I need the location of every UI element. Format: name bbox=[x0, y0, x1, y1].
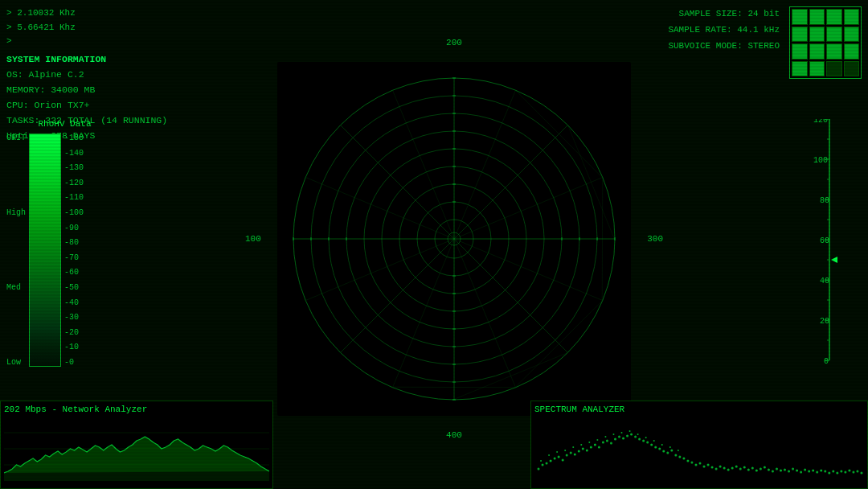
svg-point-110 bbox=[626, 435, 628, 438]
svg-point-179 bbox=[621, 432, 623, 434]
svg-point-186 bbox=[678, 450, 679, 451]
svg-point-150 bbox=[788, 471, 790, 473]
spectrum-analyzer-title: SPECTRUM ANALYZER bbox=[534, 405, 864, 414]
svg-point-105 bbox=[606, 440, 608, 442]
sample-info: SAMPLE SIZE: 24 bit SAMPLE RATE: 44.1 kH… bbox=[668, 6, 780, 54]
svg-point-128 bbox=[698, 462, 701, 465]
grid-cell-8 bbox=[844, 27, 860, 43]
network-analyzer-title: 202 Mbps - Network Analyzer bbox=[4, 405, 269, 414]
network-graph-svg bbox=[4, 417, 269, 481]
sample-rate: SAMPLE RATE: 44.1 kHz bbox=[668, 23, 780, 39]
svg-point-147 bbox=[776, 468, 778, 471]
radar-label-bottom: 400 bbox=[446, 430, 462, 440]
svg-point-165 bbox=[848, 470, 850, 472]
svg-text:100: 100 bbox=[813, 156, 828, 165]
svg-text:0: 0 bbox=[824, 357, 829, 366]
svg-point-160 bbox=[828, 472, 830, 475]
radar-section: 200 400 100 300 bbox=[121, 68, 788, 409]
grid-cell-14 bbox=[809, 61, 825, 77]
crit-label: CRIT bbox=[6, 134, 26, 142]
svg-point-117 bbox=[654, 446, 657, 449]
val-90: -90 bbox=[64, 224, 84, 232]
svg-point-138 bbox=[739, 468, 742, 471]
svg-point-98 bbox=[578, 450, 580, 453]
grid-cell-3 bbox=[826, 9, 842, 25]
sample-size: SAMPLE SIZE: 24 bit bbox=[668, 6, 780, 23]
svg-point-171 bbox=[556, 451, 558, 453]
svg-point-146 bbox=[772, 471, 774, 473]
svg-point-113 bbox=[638, 438, 641, 441]
svg-point-127 bbox=[694, 464, 697, 466]
svg-point-163 bbox=[840, 471, 842, 473]
grid-cell-2 bbox=[809, 9, 825, 25]
rhohv-title: RhoHV Data bbox=[6, 119, 123, 129]
svg-point-141 bbox=[751, 467, 754, 470]
svg-point-115 bbox=[646, 442, 649, 444]
svg-point-89 bbox=[542, 464, 544, 466]
val-150: -150 bbox=[64, 134, 84, 142]
svg-point-126 bbox=[690, 462, 693, 464]
svg-point-91 bbox=[550, 460, 552, 462]
spectrum-graph-svg bbox=[534, 417, 864, 481]
svg-text:80: 80 bbox=[820, 196, 829, 205]
svg-point-174 bbox=[580, 444, 582, 446]
svg-point-175 bbox=[588, 442, 590, 443]
svg-marker-70 bbox=[831, 257, 837, 263]
svg-point-99 bbox=[582, 448, 584, 450]
svg-point-132 bbox=[715, 468, 718, 471]
svg-point-142 bbox=[755, 470, 758, 472]
grid-cell-13 bbox=[792, 61, 808, 77]
high-label: High bbox=[6, 208, 26, 217]
svg-point-177 bbox=[604, 436, 606, 438]
svg-point-164 bbox=[844, 471, 846, 474]
svg-text:20: 20 bbox=[820, 317, 829, 326]
svg-point-107 bbox=[614, 438, 616, 441]
svg-point-180 bbox=[629, 430, 631, 432]
svg-point-119 bbox=[662, 450, 665, 453]
frequency-1: > 2.10032 Khz bbox=[6, 6, 215, 21]
svg-point-92 bbox=[554, 458, 556, 460]
svg-point-122 bbox=[674, 454, 677, 457]
svg-point-168 bbox=[860, 472, 862, 475]
svg-point-154 bbox=[804, 469, 806, 471]
svg-point-124 bbox=[682, 458, 685, 460]
med-label: Med bbox=[6, 283, 26, 292]
radar-container: 200 400 100 300 bbox=[277, 62, 631, 416]
svg-point-97 bbox=[574, 454, 576, 456]
svg-point-109 bbox=[622, 438, 624, 440]
radar-label-right: 300 bbox=[647, 234, 663, 244]
grid-cell-4 bbox=[844, 9, 860, 25]
svg-point-148 bbox=[780, 470, 782, 472]
radar-label-top: 200 bbox=[446, 38, 462, 47]
svg-point-135 bbox=[727, 469, 730, 471]
caret-line: > bbox=[6, 35, 215, 49]
svg-point-94 bbox=[562, 459, 564, 462]
svg-point-136 bbox=[731, 467, 734, 470]
svg-point-108 bbox=[618, 436, 620, 438]
rhohv-legend: RhoHV Data CRIT High Med Low -150 -140 -… bbox=[6, 119, 123, 367]
val-120: -120 bbox=[64, 179, 84, 187]
svg-point-182 bbox=[645, 437, 647, 438]
val-30: -30 bbox=[64, 313, 84, 322]
svg-point-121 bbox=[670, 450, 673, 452]
svg-point-184 bbox=[661, 444, 663, 446]
val-80: -80 bbox=[64, 238, 84, 247]
legend-bar bbox=[29, 134, 61, 367]
freq1-text: > 2.10032 Khz bbox=[6, 6, 76, 21]
svg-point-140 bbox=[747, 469, 750, 471]
grid-cell-5 bbox=[792, 27, 808, 43]
svg-point-125 bbox=[686, 460, 689, 462]
svg-point-156 bbox=[812, 470, 814, 472]
svg-point-162 bbox=[836, 472, 838, 475]
svg-point-151 bbox=[792, 468, 794, 471]
val-10: -10 bbox=[64, 343, 84, 351]
val-140: -140 bbox=[64, 149, 84, 158]
val-110: -110 bbox=[64, 193, 84, 202]
svg-point-114 bbox=[642, 440, 645, 442]
svg-point-103 bbox=[598, 446, 600, 449]
svg-point-96 bbox=[570, 452, 572, 454]
svg-point-102 bbox=[594, 444, 596, 446]
val-0: -0 bbox=[64, 358, 84, 367]
legend-labels-right: -150 -140 -130 -120 -110 -100 -90 -80 -7… bbox=[61, 134, 84, 367]
frequency-2: > 5.66421 Khz bbox=[6, 21, 215, 35]
